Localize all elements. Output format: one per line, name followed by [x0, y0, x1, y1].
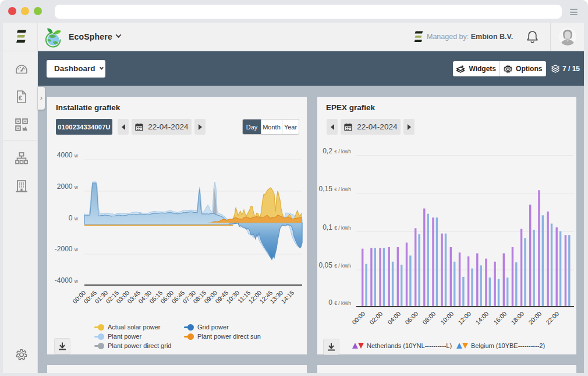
svg-text:€: €	[19, 95, 22, 101]
